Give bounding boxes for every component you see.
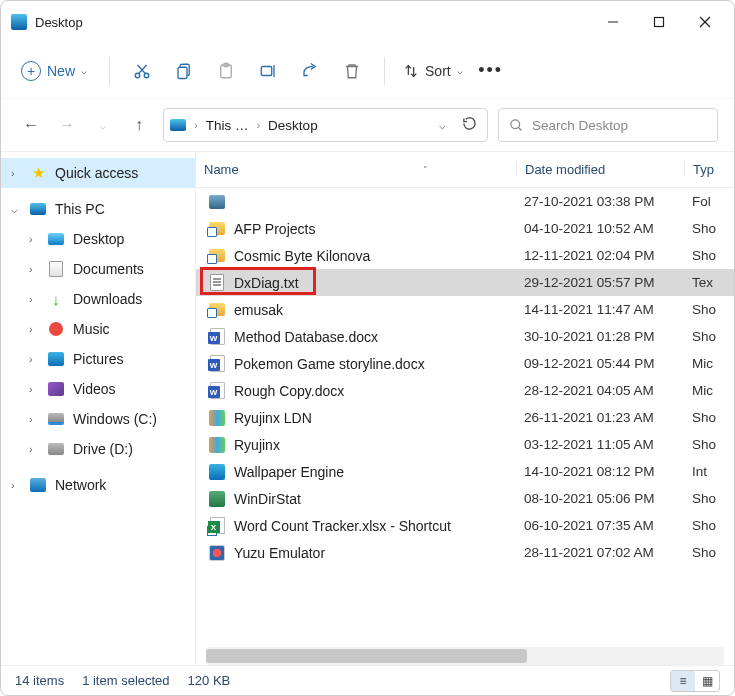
videos-icon [48, 382, 64, 396]
svg-rect-12 [261, 66, 272, 75]
column-date[interactable]: Date modified [516, 162, 684, 177]
file-list[interactable]: 27-10-2021 03:38 PMFolAFP Projects04-10-… [196, 188, 734, 641]
share-button[interactable] [290, 51, 330, 91]
file-row[interactable]: WinDirStat08-10-2021 05:06 PMSho [196, 485, 734, 512]
file-row[interactable]: Ryujinx LDN26-11-2021 01:23 AMSho [196, 404, 734, 431]
file-row[interactable]: emusak14-11-2021 11:47 AMSho [196, 296, 734, 323]
cut-button[interactable] [122, 51, 162, 91]
file-type: Sho [684, 329, 734, 344]
thumbnails-view-button[interactable]: ▦ [695, 671, 719, 691]
svg-point-4 [135, 73, 140, 78]
expand-icon[interactable]: › [29, 263, 43, 275]
file-row[interactable]: Wallpaper Engine14-10-2021 08:12 PMInt [196, 458, 734, 485]
file-name: emusak [234, 302, 283, 318]
expand-icon[interactable]: › [29, 413, 43, 425]
details-view-button[interactable]: ≡ [671, 671, 695, 691]
search-input[interactable] [532, 118, 707, 133]
rename-button[interactable] [248, 51, 288, 91]
sidebar-label: Music [73, 321, 110, 337]
file-date: 12-11-2021 02:04 PM [516, 248, 684, 263]
file-row[interactable]: AFP Projects04-10-2021 10:52 AMSho [196, 215, 734, 242]
sidebar-documents[interactable]: ›Documents [1, 254, 195, 284]
delete-button[interactable] [332, 51, 372, 91]
recent-dropdown[interactable]: ⌵ [89, 111, 117, 139]
up-button[interactable]: ↑ [125, 111, 153, 139]
refresh-button[interactable] [458, 116, 481, 135]
copy-button[interactable] [164, 51, 204, 91]
pc-icon [30, 203, 46, 215]
maximize-button[interactable] [636, 6, 682, 38]
expand-icon[interactable]: › [29, 443, 43, 455]
sort-ascending-icon: ˄ [423, 165, 508, 175]
file-row[interactable]: Ryujinx03-12-2021 11:05 AMSho [196, 431, 734, 458]
file-row[interactable]: Method Database.docx30-10-2021 01:28 PMS… [196, 323, 734, 350]
collapse-icon[interactable]: ⌵ [11, 203, 25, 216]
file-type: Sho [684, 248, 734, 263]
svg-rect-9 [178, 67, 187, 78]
drive-icon [48, 413, 64, 425]
sidebar-pictures[interactable]: ›Pictures [1, 344, 195, 374]
address-row: ← → ⌵ ↑ › This … › Desktop ⌵ [1, 99, 734, 151]
search-icon [509, 118, 524, 133]
expand-icon[interactable]: › [29, 383, 43, 395]
chevron-right-icon: › [194, 119, 198, 131]
file-row[interactable]: Cosmic Byte Kilonova12-11-2021 02:04 PMS… [196, 242, 734, 269]
minimize-button[interactable] [590, 6, 636, 38]
sidebar-windows-c[interactable]: ›Windows (C:) [1, 404, 195, 434]
breadcrumb-this-pc[interactable]: This … [206, 118, 249, 133]
new-button[interactable]: + New ⌵ [11, 55, 97, 87]
file-type: Fol [684, 194, 734, 209]
sidebar-label: Desktop [73, 231, 124, 247]
sidebar-quick-access[interactable]: › ★ Quick access [1, 158, 195, 188]
sidebar-music[interactable]: ›Music [1, 314, 195, 344]
file-type: Sho [684, 491, 734, 506]
expand-icon[interactable]: › [29, 353, 43, 365]
address-dropdown[interactable]: ⌵ [435, 119, 450, 132]
pc-icon [170, 119, 186, 131]
sidebar-this-pc[interactable]: ⌵ This PC [1, 194, 195, 224]
file-row[interactable]: DxDiag.txt29-12-2021 05:57 PMTex [196, 269, 734, 296]
file-date: 09-12-2021 05:44 PM [516, 356, 684, 371]
file-date: 08-10-2021 05:06 PM [516, 491, 684, 506]
breadcrumb-desktop[interactable]: Desktop [268, 118, 318, 133]
more-button[interactable]: ••• [471, 51, 511, 91]
expand-icon[interactable]: › [29, 233, 43, 245]
search-box[interactable] [498, 108, 718, 142]
file-name: DxDiag.txt [234, 275, 299, 291]
scrollbar-thumb[interactable] [206, 649, 527, 663]
sort-button[interactable]: Sort ⌵ [397, 63, 469, 79]
address-bar[interactable]: › This … › Desktop ⌵ [163, 108, 488, 142]
column-name[interactable]: Name˄ [196, 162, 516, 177]
paste-button[interactable] [206, 51, 246, 91]
svg-point-5 [144, 73, 149, 78]
file-type: Mic [684, 383, 734, 398]
expand-icon[interactable]: › [11, 479, 25, 491]
horizontal-scrollbar[interactable] [206, 647, 724, 665]
view-toggle: ≡ ▦ [670, 670, 720, 692]
sidebar-network[interactable]: ›Network [1, 470, 195, 500]
file-row[interactable]: 27-10-2021 03:38 PMFol [196, 188, 734, 215]
sidebar-downloads[interactable]: ›↓Downloads [1, 284, 195, 314]
sidebar-drive-d[interactable]: ›Drive (D:) [1, 434, 195, 464]
sidebar-label: Downloads [73, 291, 142, 307]
file-name: Wallpaper Engine [234, 464, 344, 480]
expand-icon[interactable]: › [29, 323, 43, 335]
file-icon [208, 409, 226, 427]
file-icon [208, 517, 226, 535]
expand-icon[interactable]: › [11, 167, 25, 179]
column-type[interactable]: Typ [684, 162, 734, 177]
sidebar-videos[interactable]: ›Videos [1, 374, 195, 404]
file-row[interactable]: Rough Copy.docx28-12-2021 04:05 AMMic [196, 377, 734, 404]
chevron-down-icon: ⌵ [457, 65, 463, 76]
file-row[interactable]: Pokemon Game storyline.docx09-12-2021 05… [196, 350, 734, 377]
file-row[interactable]: Yuzu Emulator28-11-2021 07:02 AMSho [196, 539, 734, 566]
sidebar-desktop[interactable]: ›Desktop [1, 224, 195, 254]
expand-icon[interactable]: › [29, 293, 43, 305]
selection-count: 1 item selected [82, 673, 169, 688]
close-button[interactable] [682, 6, 728, 38]
forward-button[interactable]: → [53, 111, 81, 139]
back-button[interactable]: ← [17, 111, 45, 139]
file-row[interactable]: Word Count Tracker.xlsx - Shortcut06-10-… [196, 512, 734, 539]
plus-icon: + [21, 61, 41, 81]
status-bar: 14 items 1 item selected 120 KB ≡ ▦ [1, 665, 734, 695]
